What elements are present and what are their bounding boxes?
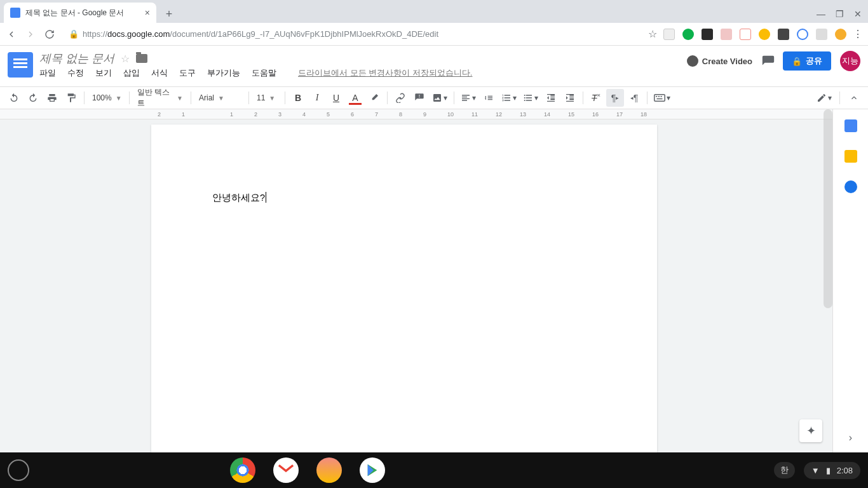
lock-icon: 🔒 [69, 29, 79, 39]
window-close-icon[interactable]: ✕ [854, 9, 862, 19]
underline-button[interactable]: U [327, 89, 345, 107]
text-color-button[interactable]: A [346, 89, 364, 107]
insert-image-button[interactable]: ▾ [430, 89, 450, 107]
save-status[interactable]: 드라이브에서 모든 변경사항이 저장되었습니다. [298, 67, 472, 79]
nav-reload-button[interactable] [43, 28, 56, 41]
zoom-select[interactable]: 100%▼ [88, 89, 125, 107]
svg-rect-4 [657, 98, 663, 100]
print-button[interactable] [43, 89, 61, 107]
chrome-app-icon[interactable] [230, 458, 255, 483]
clear-formatting-button[interactable]: T× [587, 89, 605, 107]
insert-comment-button[interactable] [410, 89, 428, 107]
font-family-select[interactable]: Arial▼ [195, 89, 245, 107]
undo-button[interactable] [5, 89, 23, 107]
insert-link-button[interactable] [391, 89, 409, 107]
menu-file[interactable]: 파일 [39, 67, 56, 79]
extension-icon[interactable] [702, 29, 713, 40]
explore-button[interactable]: ✦ [799, 419, 822, 442]
nav-back-button[interactable] [5, 28, 18, 41]
account-avatar[interactable]: 지능 [840, 51, 860, 71]
vertical-scrollbar[interactable] [824, 109, 832, 308]
horizontal-ruler[interactable]: 21123456789101112131415161718 [0, 109, 832, 119]
collapse-toolbar-button[interactable] [845, 89, 863, 107]
italic-button[interactable]: I [308, 89, 326, 107]
numbered-list-button[interactable]: ▾ [499, 89, 519, 107]
document-page[interactable]: 안녕하세요? [151, 125, 657, 452]
tab-title: 제목 없는 문서 - Google 문서 [25, 8, 124, 18]
close-tab-icon[interactable]: × [145, 8, 150, 18]
docs-header: 제목 없는 문서 ☆ 파일 수정 보기 삽입 서식 도구 부가기능 도움말 드라… [0, 46, 868, 86]
indent-decrease-button[interactable] [542, 89, 560, 107]
keep-app-icon[interactable] [844, 150, 857, 163]
new-tab-button[interactable]: + [160, 5, 178, 23]
input-tools-button[interactable]: ▾ [651, 89, 673, 107]
create-video-button[interactable]: Create Video [687, 55, 752, 67]
svg-rect-1 [656, 96, 657, 97]
nav-forward-button[interactable] [24, 28, 37, 41]
rtl-button[interactable]: ◂¶ [625, 89, 643, 107]
svg-rect-2 [658, 96, 660, 97]
menu-tools[interactable]: 도구 [179, 67, 196, 79]
font-size-select[interactable]: 11▼ [253, 89, 281, 107]
play-store-app-icon[interactable] [360, 458, 385, 483]
svg-rect-0 [654, 95, 665, 102]
extension-icon[interactable] [816, 29, 827, 40]
docs-favicon [10, 8, 20, 18]
extension-icon[interactable] [740, 29, 751, 40]
tasks-app-icon[interactable] [844, 180, 857, 193]
comments-icon[interactable] [761, 55, 774, 67]
bookmark-star-icon[interactable]: ☆ [648, 28, 657, 40]
menu-format[interactable]: 서식 [151, 67, 168, 79]
calendar-app-icon[interactable] [844, 119, 857, 132]
extension-icon[interactable] [778, 29, 789, 40]
docs-logo-icon[interactable] [8, 52, 33, 78]
side-panel-toggle-icon[interactable]: › [849, 432, 852, 444]
clock: 2:08 [837, 466, 853, 475]
ltr-button[interactable]: ¶▸ [606, 89, 624, 107]
extension-icon[interactable] [721, 29, 732, 40]
document-canvas[interactable]: 21123456789101112131415161718 안녕하세요? ✦ [0, 109, 832, 452]
extension-icon[interactable] [682, 29, 694, 40]
window-minimize-icon[interactable]: — [817, 9, 825, 19]
gmail-app-icon[interactable] [273, 458, 299, 483]
launcher-button[interactable] [8, 459, 29, 481]
files-app-icon[interactable] [316, 458, 342, 483]
bulleted-list-button[interactable]: ▾ [520, 89, 541, 107]
extension-icon[interactable] [759, 29, 770, 40]
battery-icon: ▮ [826, 466, 831, 475]
extension-icon[interactable] [663, 29, 675, 40]
extension-icon[interactable] [835, 29, 846, 40]
document-text[interactable]: 안녕하세요? [212, 193, 265, 203]
wifi-icon: ▼ [811, 466, 820, 475]
menu-addons[interactable]: 부가기능 [207, 67, 240, 79]
paint-format-button[interactable] [62, 89, 80, 107]
os-taskbar: 한 ▼ ▮ 2:08 [0, 452, 868, 488]
address-field[interactable]: 🔒 https://docs.google.com/document/d/1aP… [62, 25, 642, 43]
system-tray[interactable]: ▼ ▮ 2:08 [804, 462, 860, 479]
indent-increase-button[interactable] [561, 89, 579, 107]
editing-mode-button[interactable]: ▾ [814, 89, 834, 107]
redo-button[interactable] [24, 89, 42, 107]
menu-view[interactable]: 보기 [95, 67, 112, 79]
window-restore-icon[interactable]: ❐ [836, 9, 844, 19]
camera-icon [687, 55, 698, 67]
browser-tab[interactable]: 제목 없는 문서 - Google 문서 × [4, 3, 156, 23]
bold-button[interactable]: B [289, 89, 307, 107]
line-spacing-button[interactable] [480, 89, 498, 107]
star-icon[interactable]: ☆ [121, 53, 130, 65]
ime-indicator[interactable]: 한 [774, 462, 795, 478]
menu-help[interactable]: 도움말 [252, 67, 276, 79]
paragraph-style-select[interactable]: 일반 텍스트▼ [133, 89, 187, 107]
document-title[interactable]: 제목 없는 문서 [39, 51, 114, 66]
browser-menu-icon[interactable]: ⋮ [853, 28, 863, 40]
text-cursor [266, 192, 266, 203]
url-text: https://docs.google.com/document/d/1aP66… [83, 29, 438, 39]
share-label: 공유 [806, 55, 822, 67]
menu-insert[interactable]: 삽입 [123, 67, 140, 79]
menu-edit[interactable]: 수정 [67, 67, 84, 79]
extension-icon[interactable] [797, 29, 808, 40]
move-folder-icon[interactable] [136, 54, 147, 63]
share-button[interactable]: 🔒 공유 [783, 51, 831, 71]
align-button[interactable]: ▾ [458, 89, 478, 107]
highlight-button[interactable] [365, 89, 383, 107]
